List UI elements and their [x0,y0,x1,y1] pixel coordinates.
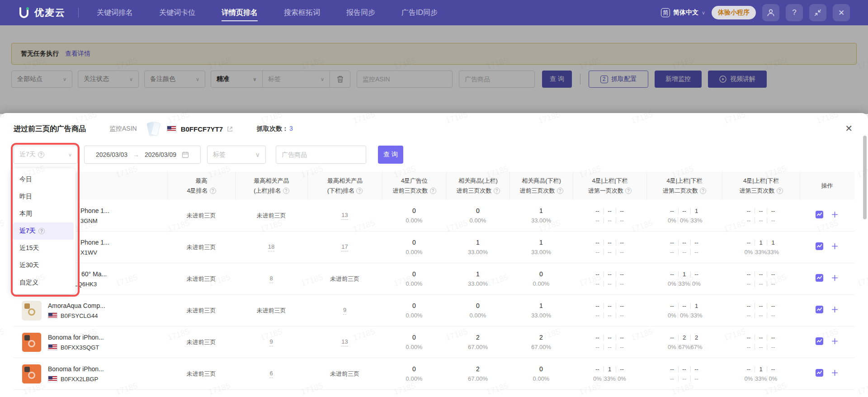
brand-logo[interactable]: 优麦云 [18,6,66,19]
value: 1 [767,239,779,246]
triple-values: 0%0%33% [666,217,702,224]
modal-ad-product-input[interactable] [276,146,366,164]
brand-name: 优麦云 [34,6,66,19]
value: -- [743,366,755,373]
rank-link[interactable]: 17 [341,243,348,251]
value: 1 [604,366,616,373]
nav-item-6[interactable]: 广告ID同步 [401,0,438,25]
value: -- [604,302,616,309]
nav-item-1[interactable]: 关键词排名 [97,0,133,25]
rank-link[interactable]: 18 [268,243,274,251]
date-range-select[interactable]: 近7天? ∨ [14,146,78,164]
rank-cell-3: 未进前三页 [307,358,382,389]
trend-chart-icon[interactable] [815,242,824,252]
page-cell-1: ------------ [573,232,646,263]
product-cell[interactable]: Bonoma for iPhon...B0FXX3SQGT [14,326,167,358]
product-cell[interactable]: AmoraAqua Comp...B0FSYCLG44 [14,295,167,326]
product-text: Bonoma for iPhon...B0FXX2LBGP [48,365,104,383]
trend-chart-icon[interactable] [815,305,824,316]
rank-link[interactable]: 6 [269,370,273,378]
header-label: (下栏)排名 [327,187,355,195]
add-icon[interactable] [831,274,839,284]
nav-item-2[interactable]: 关键词卡位 [159,0,195,25]
range-option-1[interactable]: 今日 [13,171,74,188]
rank-cell-1: 未进前三页 [167,358,235,389]
range-option-3[interactable]: 本周 [13,205,74,222]
nav-item-5[interactable]: 报告同步 [346,0,375,25]
rank-link[interactable]: 13 [341,338,348,346]
value: -- [592,249,604,255]
trend-chart-icon[interactable] [815,369,824,379]
range-option-2[interactable]: 昨日 [13,188,74,205]
rank-link[interactable]: 13 [341,212,348,220]
modal-close-icon[interactable]: ✕ [845,123,853,134]
modal-backdrop[interactable] [0,25,868,114]
add-icon[interactable] [831,211,839,220]
value: 0% [678,217,690,224]
nav-item-4[interactable]: 搜索框拓词 [284,0,320,25]
range-option-6[interactable]: 近30天 [13,257,74,274]
date-range-picker[interactable]: 2026/03/03 → 2026/03/09 [84,146,201,164]
triple-values: 0%0%33% [666,312,702,319]
calendar-icon [182,151,189,158]
add-icon[interactable] [831,242,839,252]
mini-program-button[interactable]: 体验小程序 [712,6,756,19]
rank-link[interactable]: 9 [269,338,273,346]
triple-values: ------ [592,280,628,287]
rank-cell-2: 18 [235,232,307,263]
modal-query-button[interactable]: 查 询 [378,146,403,164]
count-cell-3: 133.00% [509,200,573,231]
rank-link[interactable]: 8 [269,275,273,283]
value: -- [604,271,616,278]
trend-chart-icon[interactable] [815,274,824,284]
rank-cell-2: 未进前三页 [235,295,307,326]
rank-text: 未进前三页 [257,212,286,220]
value: -- [679,208,690,214]
rank-text: 未进前三页 [187,370,216,378]
table-body: Phone 1...3GNM未进前三页未进前三页1300.00%00.00%13… [14,200,854,390]
triple-values: --1-- [592,366,628,373]
value: -- [743,302,755,309]
scrollbar-thumb[interactable] [863,136,867,219]
add-icon[interactable] [831,306,839,315]
add-icon[interactable] [831,369,839,378]
top-navbar: 优麦云 关键词排名关键词卡位详情页排名搜索框拓词报告同步广告ID同步 简 简体中… [0,0,868,25]
value: 33% [755,249,767,255]
header-line1: 4星|上栏|下栏 [743,177,779,185]
page-cell-1: ------------ [573,295,646,326]
range-option-5[interactable]: 近15天 [13,240,74,257]
count-value: 0 [539,365,543,373]
triple-values: ----1 [666,302,703,309]
range-option-7[interactable]: 自定义 [13,274,74,291]
column-header-7: 相关商品(下栏)进前三页次数? [509,172,573,200]
value: -- [604,239,616,246]
value: -- [767,217,779,224]
add-icon[interactable] [831,337,839,347]
ad-products-modal: 进过前三页的广告商品 监控ASIN B0FFCF7YT7 抓取次数：3 ✕ 近7… [0,113,868,397]
help-button[interactable]: ? [786,4,803,21]
collapse-window-button[interactable] [809,4,826,21]
rank-link[interactable]: 9 [343,307,346,315]
trend-chart-icon[interactable] [815,210,824,221]
page-cell-2: ------------ [646,358,722,389]
range-option-4[interactable]: 近7天? [13,222,74,240]
value: -- [691,249,703,255]
header-label: 进前三页次数 [457,187,492,195]
trend-chart-icon[interactable] [815,337,824,347]
actions-cell [800,263,854,294]
product-cell[interactable]: Bonoma for iPhon...B0FXX2LBGP [14,358,167,389]
nav-item-3[interactable]: 详情页排名 [222,0,258,25]
user-account-button[interactable] [762,4,779,21]
value: 0% [666,344,678,350]
monitored-asin: B0FFCF7YT7 [181,125,223,133]
rank-cell-1: 未进前三页 [167,295,235,326]
language-switcher[interactable]: 简 简体中文 ∨ [661,8,705,17]
triple-values: ------ [666,249,703,255]
external-link-icon[interactable] [226,126,233,132]
close-app-button[interactable]: ✕ [833,4,850,21]
info-icon: ? [38,151,44,158]
info-icon: ? [494,188,500,194]
triple-values: ------ [743,280,779,287]
count-cell-3: 133.00% [509,295,573,326]
modal-tag-select[interactable]: 标签 ∨ [207,146,266,164]
